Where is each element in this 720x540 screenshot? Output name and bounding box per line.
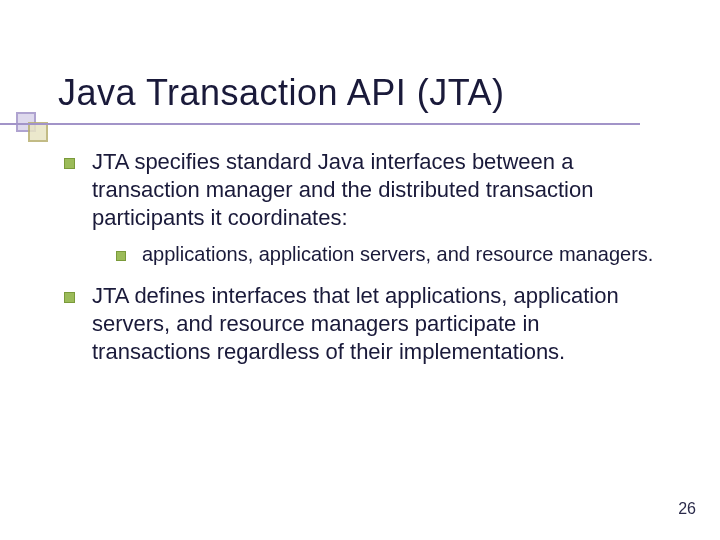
bullet-list: JTA specifies standard Java interfaces b… [62, 148, 662, 367]
sub-bullet-list: applications, application servers, and r… [92, 242, 662, 268]
list-item: JTA specifies standard Java interfaces b… [62, 148, 662, 268]
bullet-text: JTA defines interfaces that let applicat… [92, 283, 619, 364]
slide-title: Java Transaction API (JTA) [58, 72, 505, 114]
list-item: applications, application servers, and r… [114, 242, 662, 268]
page-number: 26 [678, 500, 696, 518]
title-area: Java Transaction API (JTA) [58, 72, 505, 114]
bullet-text: JTA specifies standard Java interfaces b… [92, 149, 593, 230]
list-item: JTA defines interfaces that let applicat… [62, 282, 662, 366]
title-underline [0, 123, 640, 125]
square-icon [28, 122, 48, 142]
slide-body: JTA specifies standard Java interfaces b… [62, 148, 662, 381]
slide: Java Transaction API (JTA) JTA specifies… [0, 0, 720, 540]
bullet-text: applications, application servers, and r… [142, 243, 653, 265]
